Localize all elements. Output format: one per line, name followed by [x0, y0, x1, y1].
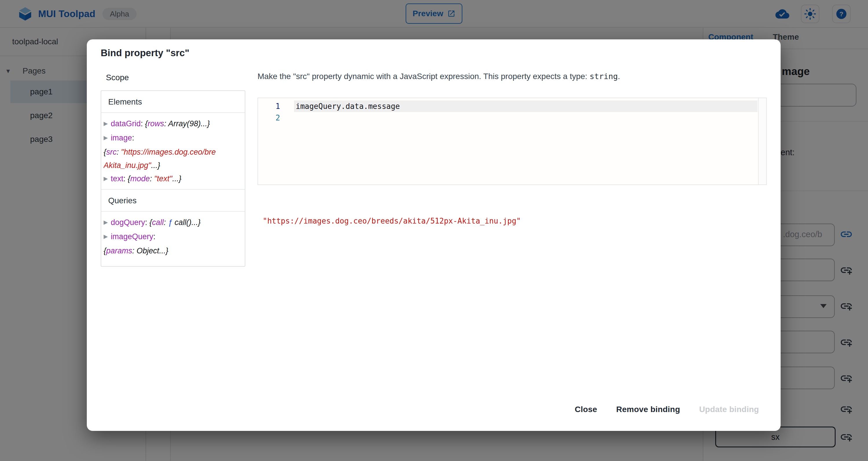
scope-row-image[interactable]: ▶image:{src: "https://images.dog.ceo/bre… [103, 131, 243, 172]
editor-scrollbar[interactable] [758, 98, 766, 184]
scope-section-queries: Queries [101, 190, 245, 211]
scope-label: Scope [106, 73, 129, 82]
scope-tree: Elements ▶dataGrid: {rows: Array(98)...}… [101, 90, 245, 267]
dialog-actions: Close Remove binding Update binding [575, 405, 759, 414]
expand-arrow-icon: ▶ [103, 175, 108, 181]
expression-result: "https://images.dog.ceo/breeds/akita/512… [263, 217, 521, 225]
dialog-title: Bind property "src" [101, 48, 189, 58]
scope-section-elements: Elements [101, 91, 245, 112]
expression-editor[interactable]: 1 2 imageQuery.data.message [257, 97, 767, 185]
scope-row-dogQuery[interactable]: ▶dogQuery: {call: ƒ call()...} [103, 216, 243, 230]
line-number: 1 [258, 100, 280, 112]
close-button[interactable]: Close [575, 405, 597, 414]
expand-arrow-icon: ▶ [103, 135, 108, 141]
scope-row-dataGrid[interactable]: ▶dataGrid: {rows: Array(98)...} [103, 117, 243, 131]
scope-row-text[interactable]: ▶text: {mode: "text"...} [103, 172, 243, 186]
expand-arrow-icon: ▶ [103, 120, 108, 126]
bind-property-dialog: Bind property "src" Scope Make the "src"… [87, 39, 781, 431]
toolpad-editor-screen: MUI Toolpad Alpha Preview [0, 0, 868, 461]
editor-gutter: 1 2 [258, 98, 293, 184]
dialog-description: Make the "src" property dynamic with a J… [257, 72, 761, 81]
remove-binding-button[interactable]: Remove binding [616, 405, 680, 414]
line-number: 2 [258, 112, 280, 124]
editor-code[interactable]: imageQuery.data.message [296, 100, 400, 112]
scope-row-imageQuery[interactable]: ▶imageQuery:{params: Object...} [103, 230, 243, 257]
update-binding-button[interactable]: Update binding [699, 405, 759, 414]
expand-arrow-icon: ▶ [103, 233, 108, 239]
scope-queries-list: ▶dogQuery: {call: ƒ call()...} ▶imageQue… [101, 212, 245, 260]
expand-arrow-icon: ▶ [103, 219, 108, 225]
scope-elements-list: ▶dataGrid: {rows: Array(98)...} ▶image:{… [101, 113, 245, 189]
expected-type: string [590, 72, 618, 81]
